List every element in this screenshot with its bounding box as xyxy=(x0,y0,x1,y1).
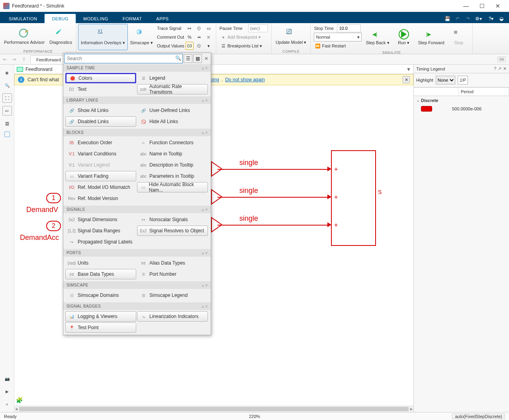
screenshot-icon[interactable]: 📷 xyxy=(2,374,12,383)
pause-time-input[interactable] xyxy=(248,24,268,32)
ov-ref-io-mismatch[interactable]: I/ORef. Model I/O Mismatch xyxy=(65,182,136,192)
annotation-icon[interactable]: A≡ xyxy=(2,106,12,116)
ov-logging-viewers[interactable]: 📊Logging & Viewers xyxy=(65,311,136,322)
ov-name-tooltip[interactable]: abcName in Tooltip xyxy=(137,149,208,159)
fast-restart-button[interactable]: ⏩Fast Restart xyxy=(314,41,362,50)
tab-simulation[interactable]: SIMULATION xyxy=(2,14,44,23)
ov-ref-version[interactable]: RevRef. Model Version xyxy=(65,193,136,204)
update-model-button[interactable]: 🔄 Update Model ▾ xyxy=(273,24,309,49)
fit-view-icon[interactable]: ⛶ xyxy=(2,93,12,103)
trace-box-icon[interactable]: ▭ xyxy=(205,24,213,32)
ov-colors[interactable]: 🔴Colors xyxy=(65,73,136,83)
period-toggle-button[interactable]: 1/P xyxy=(458,76,468,84)
status-solver[interactable]: auto(FixedStepDiscrete) xyxy=(452,414,505,419)
trace-clear-icon[interactable]: ⮾ xyxy=(195,24,203,32)
comment-out-icon[interactable]: % xyxy=(186,33,194,41)
ov-signal-ranges[interactable]: [1,2]Signal Data Ranges xyxy=(65,226,136,236)
ov-resolve-object[interactable]: Ex2Signal Resolves to Object xyxy=(137,226,208,236)
overlay-search-input[interactable] xyxy=(64,54,183,63)
overlay-close-icon[interactable]: ✕ xyxy=(203,56,210,61)
ov-desc-tooltip[interactable]: abcDescription in Tooltip xyxy=(137,160,208,170)
ov-show-all-links[interactable]: 🔗Show All Links xyxy=(65,105,136,116)
panel-pin-icon[interactable]: ↗ xyxy=(498,66,501,71)
model-browser-icon[interactable]: 🧩 xyxy=(16,397,23,403)
highlight-dropdown[interactable]: None xyxy=(436,76,455,84)
canvas-hscrollbar[interactable]: ◂ ▸ xyxy=(14,406,413,412)
ov-propagated-labels[interactable]: ↪Propagated Signal Labels xyxy=(65,237,136,247)
save-icon[interactable]: 💾 xyxy=(443,14,452,23)
ov-hide-links[interactable]: 🚫Hide All Links xyxy=(137,116,208,127)
notification-close-icon[interactable]: ✕ xyxy=(403,76,410,83)
ov-variant-legend[interactable]: V:1Variant Legend xyxy=(65,160,136,170)
stop-button[interactable]: ◼ Stop xyxy=(447,24,471,50)
inport-1[interactable]: 1 xyxy=(46,193,61,203)
ov-variant-cond[interactable]: V:1Variant Conditions xyxy=(65,149,136,159)
explorer-bar-icon[interactable]: « xyxy=(2,399,12,409)
panel-help-icon[interactable]: ? xyxy=(494,66,496,71)
maximize-button[interactable]: ☐ xyxy=(474,0,490,12)
breakpoints-list-button[interactable]: ☰Breakpoints List ▾ xyxy=(219,41,268,50)
ov-auto-rate[interactable]: zohAutomatic Rate Transitions xyxy=(137,84,208,94)
qat-more-icon[interactable]: ⚙▾ xyxy=(474,14,483,23)
performance-advisor-button[interactable]: ✔ Performance Advisor xyxy=(2,24,47,49)
tab-debug[interactable]: DEBUG xyxy=(44,14,76,23)
search-icon[interactable]: 🔍 xyxy=(175,55,181,61)
tab-format[interactable]: FORMAT xyxy=(116,14,149,23)
sim-mode-dropdown[interactable]: Normal▾ xyxy=(314,33,362,41)
hide-browser-icon[interactable]: ◉ xyxy=(2,68,12,77)
nav-forward-icon[interactable]: ⇒ xyxy=(10,55,19,64)
image-icon[interactable]: 🖼 xyxy=(2,119,12,128)
record-icon[interactable]: ▶ xyxy=(2,387,12,396)
tab-apps[interactable]: APPS xyxy=(149,14,176,23)
remove-port-values-icon[interactable]: ⮾ xyxy=(195,42,203,50)
expander-icon[interactable]: ⌄ xyxy=(416,98,421,103)
minimize-button[interactable]: — xyxy=(458,0,474,12)
ov-func-connectors[interactable]: ⎌Function Connectors xyxy=(137,137,208,148)
redo-icon[interactable]: ↷ xyxy=(464,14,472,23)
add-breakpoint-button[interactable]: ●Add Breakpoint ▾ xyxy=(219,33,268,41)
signal-wire-2[interactable] xyxy=(217,197,327,198)
uncomment-icon[interactable]: ⤫ xyxy=(205,33,213,41)
comment-through-icon[interactable]: ↛ xyxy=(195,33,203,41)
run-button[interactable]: Run ▾ xyxy=(392,24,416,50)
notification-link-hide[interactable]: Do not show again xyxy=(225,77,264,82)
stop-time-input[interactable] xyxy=(337,24,361,32)
step-back-button[interactable]: ◀| Step Back ▾ xyxy=(363,24,392,50)
keyboard-icon[interactable]: ⌨ xyxy=(497,57,506,62)
ov-text[interactable]: D1Text xyxy=(65,84,136,94)
ov-user-links[interactable]: 🔗User-Defined Links xyxy=(137,105,208,116)
tab-modeling[interactable]: MODELING xyxy=(76,14,116,23)
ov-legend[interactable]: ☰Legend xyxy=(137,73,208,83)
diagnostics-button[interactable]: 🧪 Diagnostics xyxy=(47,24,74,49)
nav-up-icon[interactable]: ⇧ xyxy=(20,55,28,64)
trace-fwd-icon[interactable]: ↦ xyxy=(186,24,194,32)
scrollbar-thumb[interactable] xyxy=(19,407,409,411)
ov-base-types[interactable]: intBase Data Types xyxy=(65,269,136,279)
zoom-icon[interactable]: 🔍 xyxy=(2,80,12,90)
comment-out-button[interactable]: Comment Out%↛⤫ xyxy=(157,33,213,41)
ov-exec-order[interactable]: 05Execution Order xyxy=(65,137,136,148)
ov-simscape-domains[interactable]: ☷Simscape Domains xyxy=(65,290,136,300)
simscape-results-button[interactable]: 🧊 Simscape ▾ xyxy=(128,24,155,50)
view-list-icon[interactable]: ☰ xyxy=(184,54,192,63)
toggle-port-values-icon[interactable]: 03 xyxy=(186,42,194,50)
ov-alias-types[interactable]: intAlias Data Types xyxy=(137,258,208,268)
ov-linearization[interactable]: ↘Linearization Indicators xyxy=(137,311,208,322)
help-icon[interactable]: ?▾ xyxy=(487,14,495,23)
nav-back-icon[interactable]: ⇐ xyxy=(0,55,9,64)
ov-nonscalar[interactable]: ↦Nonscalar Signals xyxy=(137,214,208,225)
timing-row-item[interactable]: 500.0000e-006 xyxy=(414,104,509,113)
ov-hide-auto-names[interactable]: ▭Hide Automatic Block Nam... xyxy=(137,182,208,192)
output-values-button[interactable]: Output Values03⮾▾ xyxy=(157,41,213,50)
ov-signal-dims[interactable]: 2x2Signal Dimensions xyxy=(65,214,136,225)
ov-variant-fading[interactable]: ▭Variant Fading xyxy=(65,171,136,181)
ov-simscape-legend[interactable]: ☰Simscape Legend xyxy=(137,290,208,300)
step-forward-button[interactable]: |▶ Step Forward xyxy=(416,24,447,50)
collapse-ribbon-icon[interactable]: ◒ xyxy=(497,14,506,23)
view-grid-icon[interactable]: ▦ xyxy=(193,54,202,63)
panel-close-icon[interactable]: ✕ xyxy=(503,66,507,71)
ov-port-number[interactable]: ①Port Number xyxy=(137,269,208,279)
path-dropdown-icon[interactable]: ▼ xyxy=(406,67,411,72)
area-icon[interactable] xyxy=(4,131,10,137)
settings-icon[interactable]: ▾ xyxy=(205,42,213,50)
